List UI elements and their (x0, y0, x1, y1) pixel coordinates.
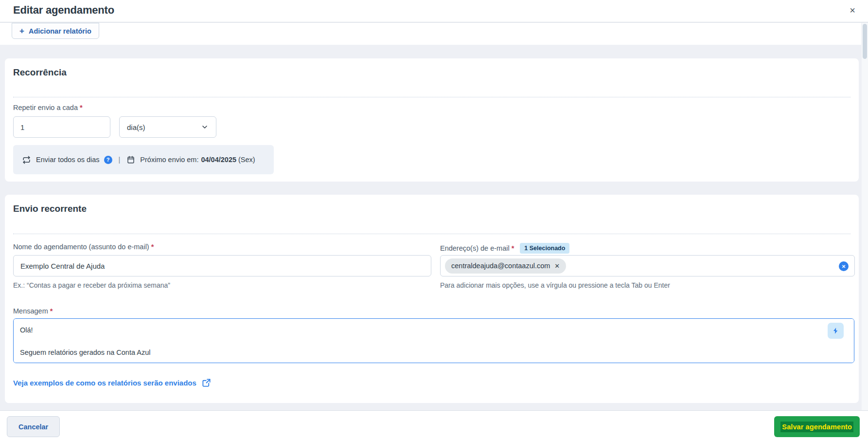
cancel-button[interactable]: Cancelar (7, 416, 60, 437)
frequency-text: Enviar todos os dias (36, 156, 100, 164)
required-mark: * (151, 243, 154, 251)
save-schedule-button[interactable]: Salvar agendamento (774, 416, 860, 437)
recurrence-summary-bar: Enviar todos os dias ? | Próximo envio e… (13, 145, 274, 174)
chevron-down-icon (201, 123, 209, 131)
repeat-unit-value: dia(s) (127, 123, 145, 131)
save-schedule-label: Salvar agendamento (780, 422, 853, 432)
schedule-name-helper: Ex.: “Contas a pagar e receber da próxim… (13, 281, 170, 289)
calendar-icon (126, 155, 135, 164)
divider (13, 97, 850, 97)
schedule-name-label: Nome do agendamento (assunto do e-mail)* (13, 243, 154, 251)
required-mark: * (50, 307, 53, 315)
email-chip: centraldeajuda@contaazul.com ✕ (445, 258, 566, 274)
next-send-day: (Sex) (238, 156, 255, 164)
schedule-name-input[interactable] (13, 255, 431, 276)
scrollbar-track (862, 23, 868, 441)
repeat-unit-select[interactable]: dia(s) (119, 116, 216, 138)
plus-icon: + (19, 27, 24, 35)
recurring-send-card: Envio recorrente Nome do agendamento (as… (5, 195, 859, 403)
examples-link-label: Veja exemplos de como os relatórios serã… (13, 379, 196, 387)
lightning-bolt-icon (832, 327, 839, 335)
recurring-send-title: Envio recorrente (13, 203, 87, 214)
chip-remove-icon[interactable]: ✕ (554, 262, 560, 270)
add-report-label: Adicionar relatório (29, 27, 91, 35)
email-chip-text: centraldeajuda@contaazul.com (451, 262, 550, 270)
page-title: Editar agendamento (13, 4, 114, 17)
repeat-interval-label: Repetir envio a cada* (13, 104, 83, 111)
repeat-icon (22, 155, 31, 165)
add-report-button[interactable]: + Adicionar relatório (12, 23, 99, 39)
required-mark: * (512, 244, 514, 252)
email-label: Endereço(s) de e-mail (440, 244, 510, 252)
clear-all-button[interactable]: ✕ (839, 261, 849, 271)
email-helper: Para adicionar mais opções, use a vírgul… (440, 281, 670, 289)
recurrence-card: Recorrência Repetir envio a cada* dia(s)… (5, 58, 859, 182)
next-send-date: 04/04/2025 (201, 156, 236, 164)
help-icon[interactable]: ? (104, 156, 112, 164)
scrollbar-thumb[interactable] (863, 24, 867, 59)
recurrence-title: Recorrência (13, 67, 67, 78)
email-multiselect-input[interactable]: centraldeajuda@contaazul.com ✕ ✕ (440, 255, 855, 276)
email-label-row: Endereço(s) de e-mail* 1 Selecionado (440, 243, 569, 254)
message-label: Mensagem* (13, 307, 53, 315)
divider (13, 234, 850, 234)
external-link-icon (202, 378, 211, 387)
clear-all-icon: ✕ (842, 264, 846, 269)
required-mark: * (80, 104, 83, 111)
modal-header: Editar agendamento × (0, 0, 868, 22)
selected-count-badge: 1 Selecionado (520, 243, 569, 254)
repeat-interval-input[interactable] (13, 116, 110, 138)
separator: | (119, 156, 121, 164)
next-send-label: Próximo envio em: (140, 156, 198, 164)
quick-insert-button[interactable] (828, 323, 844, 339)
examples-link[interactable]: Veja exemplos de como os relatórios serã… (13, 378, 211, 387)
message-textarea[interactable]: Olá! Seguem relatórios gerados na Conta … (13, 318, 854, 363)
close-icon: × (850, 5, 855, 16)
modal-footer: Cancelar Salvar agendamento (0, 410, 868, 441)
reports-section-strip: + Adicionar relatório (0, 23, 861, 45)
close-button[interactable]: × (846, 3, 859, 17)
